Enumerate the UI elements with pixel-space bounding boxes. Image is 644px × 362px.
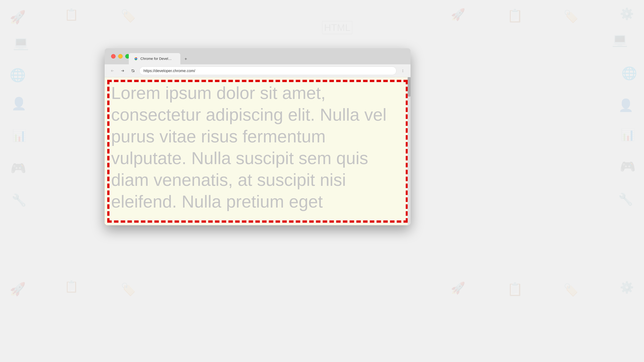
title-bar: Chrome for Developers + — [105, 48, 410, 64]
bg-icon-4: 🚀 — [451, 8, 465, 21]
bg-icon-14: 📊 — [12, 129, 26, 142]
bg-icon-17: 🎮 — [620, 159, 636, 174]
bg-icon-21: 📋 — [64, 280, 78, 293]
bg-icon-13: 👤 — [618, 98, 634, 112]
toolbar: https://developer.chrome.com/ — [105, 64, 410, 77]
bg-icon-16: 🎮 — [10, 161, 26, 176]
new-tab-button[interactable]: + — [182, 55, 189, 62]
bg-icon-7: ⚙️ — [620, 7, 634, 20]
bg-icon-12: 👤 — [11, 96, 26, 111]
bg-icon-2: 📋 — [64, 8, 78, 21]
viewport: Lorem ipsum dolor sit amet, consectetur … — [105, 77, 410, 225]
back-button[interactable] — [108, 67, 116, 75]
bg-icon-1: 🚀 — [10, 10, 26, 25]
bg-icon-20: 🚀 — [10, 282, 26, 297]
bg-icon-15: 📊 — [621, 128, 635, 142]
bg-icon-18: 🔧 — [12, 193, 26, 207]
bg-icon-19: 🔧 — [618, 192, 633, 206]
active-tab[interactable]: Chrome for Developers — [129, 53, 180, 64]
browser-window: Chrome for Developers + https://develope… — [105, 48, 410, 225]
minimize-button[interactable] — [118, 54, 123, 58]
address-bar[interactable]: https://developer.chrome.com/ — [140, 67, 396, 75]
bg-icon-23: 🚀 — [451, 281, 465, 295]
content-text: Lorem ipsum dolor sit amet, consectetur … — [105, 77, 408, 217]
bg-icon-24: 📋 — [507, 282, 523, 297]
bg-icon-10: 🌐 — [10, 67, 26, 83]
bg-icon-5: 📋 — [507, 8, 523, 23]
bg-html-badge-1: HTML — [322, 21, 352, 34]
svg-point-3 — [403, 69, 403, 70]
svg-point-5 — [403, 72, 403, 72]
reload-icon — [131, 69, 135, 72]
scrollbar-thumb[interactable] — [408, 77, 410, 96]
menu-icon — [401, 69, 404, 72]
bg-icon-22: 🏷️ — [121, 282, 136, 297]
bg-icon-8: 💻 — [13, 35, 29, 50]
bg-icon-6: 🏷️ — [564, 9, 578, 23]
scrollbar[interactable] — [408, 77, 410, 225]
bg-icon-25: 🏷️ — [564, 283, 578, 297]
tab-title: Chrome for Developers — [140, 57, 172, 61]
reload-button[interactable] — [129, 67, 137, 75]
svg-point-4 — [403, 70, 403, 71]
traffic-lights — [111, 54, 130, 58]
close-button[interactable] — [111, 54, 116, 58]
bg-icon-3: 🏷️ — [121, 9, 136, 23]
bg-icon-11: 🌐 — [622, 66, 637, 81]
bg-icon-26: ⚙️ — [620, 281, 634, 294]
svg-point-2 — [135, 58, 136, 59]
chrome-favicon — [133, 56, 138, 61]
bg-icon-9: 💻 — [612, 32, 628, 47]
url-text: https://developer.chrome.com/ — [144, 68, 195, 73]
back-icon — [110, 69, 114, 72]
menu-button[interactable] — [399, 67, 407, 75]
forward-icon — [121, 69, 124, 72]
forward-button[interactable] — [119, 67, 126, 75]
